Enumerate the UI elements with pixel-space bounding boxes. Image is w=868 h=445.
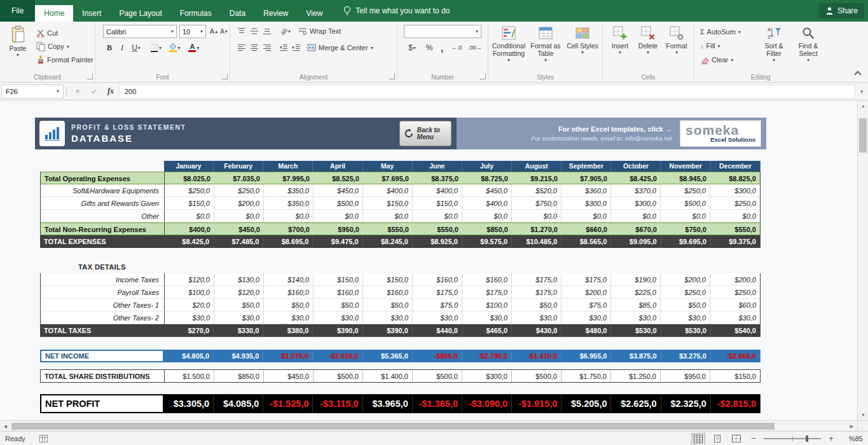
data-cell[interactable]: $7.695,0: [363, 172, 413, 184]
data-cell[interactable]: $30,0: [611, 312, 661, 324]
zoom-level-label[interactable]: %85: [841, 435, 863, 442]
month-header-august[interactable]: August: [512, 161, 561, 172]
data-cell[interactable]: $175,0: [512, 286, 561, 299]
data-cell[interactable]: $160,0: [363, 286, 413, 299]
alignment-dialog-launcher[interactable]: [389, 74, 395, 79]
data-cell[interactable]: $3.305,0: [164, 394, 214, 413]
data-cell[interactable]: $8.025,0: [165, 172, 214, 184]
find-select-button[interactable]: Find & Select ▾: [792, 24, 824, 71]
data-cell[interactable]: $950,0: [313, 223, 363, 235]
data-cell[interactable]: $8.245,0: [363, 235, 413, 248]
conditional-formatting-button[interactable]: Conditional Formatting ▾: [491, 24, 527, 71]
data-cell[interactable]: $390,0: [313, 324, 362, 337]
data-cell[interactable]: $200,0: [214, 197, 264, 210]
data-cell[interactable]: $0,0: [413, 210, 462, 222]
data-cell[interactable]: $480,0: [561, 324, 611, 337]
data-cell[interactable]: $50,0: [264, 299, 313, 312]
data-cell[interactable]: $160,0: [413, 273, 462, 286]
name-box[interactable]: F26 ▾: [1, 85, 64, 99]
data-cell[interactable]: $4.805,0: [164, 350, 214, 362]
decrease-font-size-button[interactable]: A▾: [219, 25, 229, 38]
tab-data[interactable]: Data: [221, 5, 254, 22]
data-cell[interactable]: $250,0: [661, 286, 710, 299]
data-cell[interactable]: $500,0: [661, 197, 710, 210]
data-cell[interactable]: $8.425,0: [164, 235, 214, 248]
data-cell[interactable]: $450,0: [313, 184, 363, 197]
data-cell[interactable]: $130,0: [214, 273, 264, 286]
data-cell[interactable]: $200,0: [561, 286, 611, 299]
merge-center-button[interactable]: Merge & Center ▾: [305, 41, 375, 54]
data-cell[interactable]: $30,0: [363, 312, 413, 324]
back-to-menu-button[interactable]: Back to Menu: [399, 121, 451, 146]
data-cell[interactable]: $30,0: [413, 312, 462, 324]
page-break-view-button[interactable]: [729, 433, 743, 444]
data-cell[interactable]: $0,0: [611, 210, 661, 222]
data-cell[interactable]: $8.525,0: [313, 172, 363, 184]
data-cell[interactable]: $175,0: [561, 273, 611, 286]
data-cell[interactable]: -$2.615,0: [313, 350, 362, 362]
row-label[interactable]: TAX DETAILS: [40, 261, 164, 273]
data-cell[interactable]: $0,0: [165, 210, 214, 222]
data-cell[interactable]: $175,0: [413, 286, 462, 299]
data-cell[interactable]: $350,0: [264, 184, 313, 197]
data-cell[interactable]: $160,0: [313, 286, 363, 299]
row-label[interactable]: Soft&Hardware Equipments: [41, 184, 165, 197]
borders-button[interactable]: ▾: [148, 41, 164, 54]
data-cell[interactable]: $530,0: [611, 324, 661, 337]
data-cell[interactable]: $250,0: [165, 184, 214, 197]
data-cell[interactable]: $140,0: [264, 273, 313, 286]
data-cell[interactable]: $9.695,0: [661, 235, 711, 248]
data-cell[interactable]: -$1.415,0: [512, 350, 561, 362]
data-cell[interactable]: $500,0: [512, 370, 561, 382]
data-cell[interactable]: $500,0: [313, 197, 363, 210]
data-cell[interactable]: $50,0: [512, 299, 561, 312]
data-cell[interactable]: $850,0: [462, 223, 512, 235]
align-left-button[interactable]: [235, 41, 248, 54]
data-cell[interactable]: $75,0: [561, 299, 611, 312]
data-cell[interactable]: $550,0: [413, 223, 462, 235]
number-dialog-launcher[interactable]: [480, 74, 486, 79]
data-cell[interactable]: $75,0: [413, 299, 462, 312]
data-cell[interactable]: $30,0: [661, 312, 710, 324]
data-cell[interactable]: $370,0: [611, 184, 661, 197]
format-painter-button[interactable]: Format Painter: [34, 53, 95, 66]
row-label[interactable]: TOTAL EXPENSES: [40, 235, 164, 248]
data-cell[interactable]: $8.425,0: [611, 172, 661, 184]
data-cell[interactable]: $30,0: [561, 312, 611, 324]
data-cell[interactable]: $30,0: [462, 312, 512, 324]
clear-button[interactable]: Clear ▾: [698, 53, 735, 66]
data-cell[interactable]: $5.365,0: [363, 350, 413, 362]
data-cell[interactable]: $160,0: [462, 273, 512, 286]
data-cell[interactable]: $175,0: [462, 286, 512, 299]
data-cell[interactable]: $300,0: [462, 370, 512, 382]
cancel-button[interactable]: ×: [69, 85, 86, 99]
row-label[interactable]: TOTAL SHARE DISTRIBUTIONS: [41, 370, 165, 382]
comma-style-button[interactable]: ,: [436, 41, 448, 54]
data-cell[interactable]: $450,0: [264, 370, 313, 382]
clipboard-dialog-launcher[interactable]: [87, 74, 93, 79]
data-cell[interactable]: $360,0: [561, 184, 611, 197]
data-cell[interactable]: $150,0: [413, 197, 462, 210]
data-cell[interactable]: $5.205,0: [561, 394, 611, 413]
data-cell[interactable]: $50,0: [661, 299, 710, 312]
data-cell[interactable]: $150,0: [363, 273, 413, 286]
data-cell[interactable]: $200,0: [710, 273, 760, 286]
percent-style-button[interactable]: %: [423, 41, 436, 54]
tab-review[interactable]: Review: [254, 5, 297, 22]
sort-filter-button[interactable]: AZ Sort & Filter ▾: [758, 24, 790, 71]
row-label[interactable]: Total Non-Recurring Expenses: [41, 223, 165, 235]
top-align-button[interactable]: [235, 25, 248, 38]
cut-button[interactable]: Cut: [34, 27, 60, 39]
row-label[interactable]: TOTAL TAXES: [40, 324, 164, 337]
data-cell[interactable]: $950,0: [661, 370, 710, 382]
row-label[interactable]: Income Taxes: [41, 273, 165, 286]
data-cell[interactable]: $9.215,0: [512, 172, 561, 184]
month-header-april[interactable]: April: [313, 161, 362, 172]
data-cell[interactable]: $30,0: [710, 312, 760, 324]
data-cell[interactable]: $390,0: [363, 324, 413, 337]
zoom-slider-thumb[interactable]: [806, 435, 808, 442]
data-cell[interactable]: $30,0: [512, 312, 561, 324]
zoom-out-button[interactable]: −: [748, 434, 759, 444]
data-cell[interactable]: -$2.790,0: [462, 350, 512, 362]
data-cell[interactable]: $1.400,0: [363, 370, 413, 382]
